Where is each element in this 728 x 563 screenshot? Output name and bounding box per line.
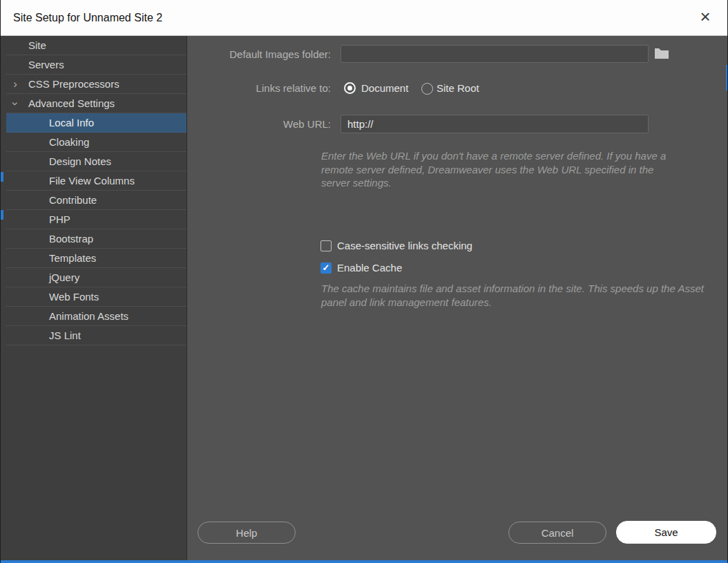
- sidebar-item-servers[interactable]: Servers: [6, 55, 186, 75]
- radio-document[interactable]: [344, 82, 356, 94]
- web-url-input[interactable]: [341, 115, 649, 133]
- sidebar-item-label: CSS Preprocessors: [28, 78, 119, 90]
- sidebar-item-templates[interactable]: Templates: [6, 249, 186, 268]
- sidebar-item-label: Animation Assets: [49, 310, 128, 322]
- sidebar-item-web-fonts[interactable]: Web Fonts: [6, 287, 186, 307]
- sidebar-item-js-lint[interactable]: JS Lint: [6, 326, 186, 345]
- default-images-folder-input[interactable]: [341, 45, 649, 63]
- sidebar-item-design-notes[interactable]: Design Notes: [6, 152, 186, 171]
- sidebar-item-label: PHP: [49, 213, 70, 225]
- title-bar: Site Setup for Unnamed Site 2 ×: [1, 0, 727, 36]
- save-button[interactable]: Save: [616, 521, 716, 544]
- sidebar-item-label: JS Lint: [49, 330, 81, 341]
- web-url-label: Web URL:: [187, 118, 331, 130]
- sidebar-item-label: Contribute: [49, 194, 97, 206]
- cancel-button[interactable]: Cancel: [508, 522, 606, 544]
- sidebar-item-cloaking[interactable]: Cloaking: [6, 133, 186, 152]
- default-images-folder-label: Default Images folder:: [187, 48, 331, 60]
- sidebar-item-css-preprocessors[interactable]: ›CSS Preprocessors: [6, 75, 186, 94]
- sidebar-item-label: jQuery: [49, 271, 79, 283]
- help-button[interactable]: Help: [198, 522, 296, 544]
- sidebar-item-label: Servers: [28, 59, 64, 70]
- browse-folder-button[interactable]: [654, 46, 671, 61]
- window-accent-bottom: [1, 560, 728, 563]
- chevron-right-icon[interactable]: ›: [10, 75, 21, 94]
- sidebar: SiteServers›CSS Preprocessors›Advanced S…: [1, 36, 187, 563]
- links-relative-label: Links relative to:: [187, 82, 331, 94]
- web-url-note: Enter the Web URL if you don't have a re…: [321, 149, 667, 190]
- close-icon[interactable]: ×: [693, 0, 718, 36]
- sidebar-item-animation-assets[interactable]: Animation Assets: [6, 307, 186, 326]
- chevron-down-icon[interactable]: ›: [6, 98, 25, 109]
- sidebar-item-label: Templates: [49, 252, 96, 264]
- site-setup-dialog: Site Setup for Unnamed Site 2 × SiteServ…: [0, 0, 728, 563]
- sidebar-item-label: Web Fonts: [49, 291, 99, 303]
- sidebar-item-local-info[interactable]: Local Info: [6, 113, 186, 133]
- folder-icon: [654, 47, 671, 59]
- sidebar-item-label: Site: [28, 39, 46, 51]
- sidebar-item-contribute[interactable]: Contribute: [6, 191, 186, 210]
- radio-site-root[interactable]: [421, 83, 433, 95]
- radio-site-root-label[interactable]: Site Root: [437, 82, 479, 94]
- case-sensitive-checkbox[interactable]: [320, 240, 332, 251]
- sidebar-item-bootstrap[interactable]: Bootstrap: [6, 229, 186, 249]
- sidebar-item-label: File View Columns: [49, 175, 135, 187]
- sidebar-item-label: Advanced Settings: [28, 97, 115, 109]
- sidebar-item-site[interactable]: Site: [6, 36, 186, 55]
- window-accent-left-lower: [1, 210, 3, 220]
- enable-cache-checkbox[interactable]: [320, 263, 332, 274]
- sidebar-item-advanced-settings[interactable]: ›Advanced Settings: [6, 94, 186, 113]
- sidebar-item-label: Bootstrap: [49, 233, 93, 245]
- sidebar-item-label: Cloaking: [49, 136, 89, 148]
- sidebar-item-label: Local Info: [49, 117, 94, 128]
- enable-cache-checkbox-label[interactable]: Enable Cache: [337, 262, 402, 274]
- window-accent-left-upper: [1, 172, 3, 182]
- cache-note: The cache maintains file and asset infor…: [321, 282, 722, 309]
- sidebar-item-php[interactable]: PHP: [6, 210, 186, 229]
- sidebar-item-label: Design Notes: [49, 155, 111, 167]
- dialog-title: Site Setup for Unnamed Site 2: [13, 0, 162, 36]
- case-sensitive-checkbox-label[interactable]: Case-sensitive links checking: [337, 240, 472, 251]
- sidebar-item-jquery[interactable]: jQuery: [6, 268, 186, 287]
- radio-document-label[interactable]: Document: [361, 82, 408, 94]
- sidebar-item-file-view-columns[interactable]: File View Columns: [6, 171, 186, 191]
